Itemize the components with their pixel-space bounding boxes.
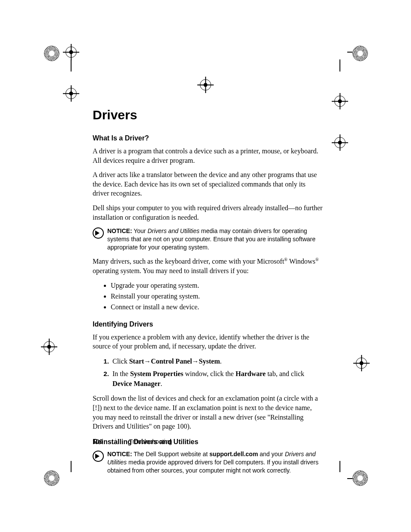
step1-b1: Start bbox=[129, 358, 144, 365]
crop-sun-tr bbox=[352, 46, 368, 61]
para-many-post: operating system. You may need to instal… bbox=[93, 267, 249, 274]
notice2-post: media provide approved drivers for Dell … bbox=[107, 459, 318, 474]
notice-block-1: NOTICE: Your Drivers and Utilities media… bbox=[93, 227, 323, 252]
step-2: In the System Properties window, click t… bbox=[111, 369, 323, 389]
para-what-is-2: A driver acts like a translator between … bbox=[93, 170, 323, 198]
crop-cross-tl2 bbox=[63, 85, 79, 102]
notice-text-2: NOTICE: The Dell Support website at supp… bbox=[107, 450, 323, 475]
step2-b3: Device Manager bbox=[112, 380, 161, 387]
steps-list: Click Start→Control Panel→System. In the… bbox=[93, 356, 323, 389]
crop-sun-bl bbox=[44, 470, 59, 486]
subheading-what-is: What Is a Driver? bbox=[93, 134, 323, 142]
notice-block-2: NOTICE: The Dell Support website at supp… bbox=[93, 450, 323, 475]
subheading-identifying: Identifying Drivers bbox=[93, 320, 323, 328]
page-footer: 100 Troubleshooting bbox=[93, 438, 172, 445]
crop-cross-tr bbox=[332, 93, 348, 109]
para-identifying-1: If you experience a problem with any dev… bbox=[93, 333, 323, 351]
crop-sun-tl bbox=[44, 46, 59, 61]
notice-1-ital: Drivers and Utilities bbox=[147, 227, 199, 234]
crop-sun-br bbox=[352, 470, 368, 486]
para-many-win: Windows bbox=[287, 258, 315, 265]
crop-bar-tr-v bbox=[339, 59, 340, 72]
step2-m1: window, click the bbox=[184, 370, 236, 377]
para-identifying-2: Scroll down the list of devices and chec… bbox=[93, 394, 323, 431]
step2-b1: System Properties bbox=[130, 370, 184, 377]
step1-pre: Click bbox=[112, 358, 129, 365]
crop-bar-tl bbox=[71, 59, 72, 72]
crop-cross-mr bbox=[353, 355, 370, 371]
crop-cross-ml bbox=[41, 339, 57, 355]
para-what-is-1: A driver is a program that controls a de… bbox=[93, 146, 323, 165]
notice2-mid: and your bbox=[258, 451, 285, 457]
para-many-drivers: Many drivers, such as the keyboard drive… bbox=[93, 257, 323, 276]
step2-b2: Hardware bbox=[236, 370, 266, 377]
step2-m2: tab, and click bbox=[266, 370, 305, 377]
crop-cross-tc bbox=[197, 77, 214, 93]
step1-post: . bbox=[220, 358, 221, 365]
crop-bar-bl bbox=[71, 461, 72, 472]
bullet-3: Connect or install a new device. bbox=[111, 302, 323, 313]
para-what-is-3: Dell ships your computer to you with req… bbox=[93, 203, 323, 222]
step2-pre: In the bbox=[112, 370, 130, 377]
bullet-2: Reinstall your operating system. bbox=[111, 291, 323, 302]
notice2-lead: NOTICE: bbox=[107, 451, 132, 457]
bullet-list: Upgrade your operating system. Reinstall… bbox=[93, 280, 323, 312]
footer-divider bbox=[115, 439, 116, 445]
notice-arrow-icon bbox=[93, 227, 104, 239]
step1-a1: → bbox=[144, 358, 151, 365]
notice-arrow-icon bbox=[93, 451, 104, 462]
step2-post: . bbox=[161, 380, 162, 387]
crop-bar-tr-h bbox=[347, 52, 352, 53]
notice-lead: NOTICE: bbox=[107, 227, 132, 234]
notice2-bold: support.dell.com bbox=[209, 451, 258, 457]
crop-cross-tr2 bbox=[332, 134, 348, 151]
reg-2: ® bbox=[315, 257, 319, 262]
step-1: Click Start→Control Panel→System. bbox=[111, 356, 323, 366]
notice2-pre: The Dell Support website at bbox=[132, 451, 210, 457]
bullet-1: Upgrade your operating system. bbox=[111, 280, 323, 291]
step1-b2: Control Panel bbox=[151, 358, 192, 365]
page-number: 100 bbox=[93, 438, 103, 445]
page-content: Drivers What Is a Driver? A driver is a … bbox=[93, 108, 323, 480]
heading-drivers: Drivers bbox=[93, 108, 323, 122]
crop-bar-br bbox=[339, 461, 340, 472]
footer-section: Troubleshooting bbox=[129, 438, 172, 445]
para-many-pre: Many drivers, such as the keyboard drive… bbox=[93, 258, 284, 265]
step1-a2: → bbox=[192, 358, 199, 365]
crop-cross-tl bbox=[63, 44, 79, 60]
step1-b3: System bbox=[199, 358, 220, 365]
notice-1-before: Your bbox=[132, 227, 148, 234]
notice-text-1: NOTICE: Your Drivers and Utilities media… bbox=[107, 227, 323, 252]
crop-bar-br-h bbox=[347, 478, 352, 479]
